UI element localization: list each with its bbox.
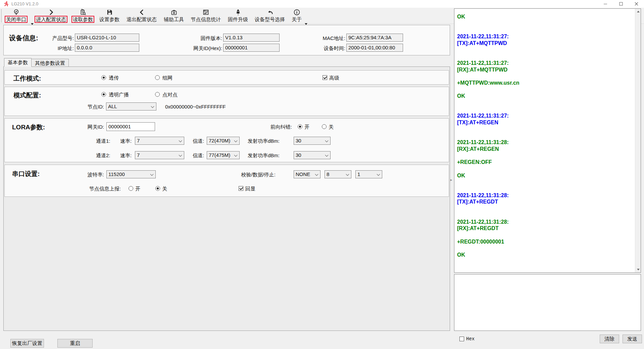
maximize-button[interactable] xyxy=(613,0,629,8)
log-line: [RX]:AT+REGEN xyxy=(457,146,634,152)
baud-dropdown[interactable]: 115200 xyxy=(106,170,156,178)
reboot-button[interactable]: 重启 xyxy=(57,339,93,348)
lora-gateway-id-input[interactable]: 00000001 xyxy=(106,122,155,131)
mode-config-title: 模式配置: xyxy=(13,91,41,100)
log-line: 2021-11-22,11:31:28: xyxy=(457,139,634,146)
node-report-off-radio[interactable] xyxy=(155,186,160,191)
scroll-up-icon[interactable] xyxy=(635,9,641,14)
product-model-field[interactable]: USR-LG210-L-10 xyxy=(75,34,139,42)
channel2-channel-dropdown[interactable]: 77(475M) xyxy=(207,151,240,159)
product-model-label: 产品型号: xyxy=(37,35,74,42)
channel2-rate-label: 速率: xyxy=(120,152,132,159)
channel1-power-label: 发射功率dBm: xyxy=(248,138,280,144)
chevron-down-icon xyxy=(377,173,380,176)
chevron-down-icon xyxy=(179,139,182,142)
fec-off-radio[interactable] xyxy=(322,124,327,129)
minimize-button[interactable] xyxy=(598,0,613,8)
toolbar-button-model-select[interactable]: 设备型号选择 xyxy=(252,8,288,24)
device-time-label: 设备时间: xyxy=(299,45,345,52)
toolbar-button-read-params[interactable]: 读取参数 xyxy=(70,8,95,24)
device-time-field[interactable]: 2000-01-01,00:00:80 xyxy=(346,44,403,52)
baud-label: 波特率: xyxy=(81,172,104,178)
channel1-channel-dropdown[interactable]: 72(470M) xyxy=(207,137,240,145)
send-button[interactable]: 发送 xyxy=(623,335,642,343)
work-mode-title: 工作模式: xyxy=(13,74,41,83)
clear-button[interactable]: 清除 xyxy=(600,335,619,343)
log-line: +REGDT:00000001 xyxy=(457,238,634,245)
lora-gateway-id-label: 网关ID: xyxy=(81,124,104,130)
work-mode-transparent-radio[interactable] xyxy=(101,75,106,80)
work-mode-section: 工作模式: 透传 组网 高级 xyxy=(4,70,449,85)
toolbar-button-about[interactable]: 关于 xyxy=(290,8,303,24)
factory-reset-button[interactable]: 恢复出厂设置 xyxy=(10,339,44,348)
save-icon xyxy=(106,9,113,16)
hex-checkbox[interactable] xyxy=(459,337,464,341)
node-report-on-label: 开 xyxy=(135,186,140,192)
mode-p2p-label: 点对点 xyxy=(162,92,178,98)
chevron-down-icon xyxy=(234,154,238,157)
chevron-down-icon xyxy=(151,105,154,108)
log-line xyxy=(457,106,634,113)
serial-settings-section: 串口设置: 波特率: 115200 校验/数据/停止: NONE 8 1 节点信… xyxy=(4,165,449,197)
log-output: OK 2021-11-22,11:31:27: [TX]:AT+MQTTPWD … xyxy=(457,13,634,271)
gateway-id-hex-field[interactable]: 00000001 xyxy=(223,44,280,52)
chevron-down-icon xyxy=(325,154,329,157)
log-line: 2021-11-22,11:31:28: xyxy=(457,219,634,225)
toolbox-icon xyxy=(170,9,178,16)
toolbar-button-close-serial[interactable]: 关闭串口 xyxy=(2,8,30,24)
node-id-dropdown[interactable]: ALL xyxy=(106,102,156,111)
firmware-field[interactable]: V1.0.13 xyxy=(223,34,280,42)
advanced-checkbox[interactable] xyxy=(323,75,327,80)
toolbar-button-firmware-upgrade[interactable]: 固件升级 xyxy=(226,8,250,24)
log-line: OK xyxy=(457,172,634,179)
log-line: 2021-11-22,11:31:27: xyxy=(457,60,634,67)
toolbar-button-enter-config[interactable]: 进入配置状态 xyxy=(33,8,69,24)
data-bits-dropdown[interactable]: 8 xyxy=(325,170,351,178)
mode-broadcast-radio[interactable] xyxy=(101,92,106,97)
advanced-label: 高级 xyxy=(329,75,339,81)
node-report-label: 节点信息上报: xyxy=(81,186,121,192)
read-params-icon xyxy=(80,9,87,16)
toolbar-button-node-stats[interactable]: 节点信息统计 xyxy=(188,8,224,24)
info-icon xyxy=(293,9,300,16)
log-scrollbar[interactable] xyxy=(635,9,641,272)
channel1-power-dropdown[interactable]: 30 xyxy=(294,137,331,145)
echo-checkbox[interactable] xyxy=(239,186,243,191)
log-line xyxy=(457,27,634,33)
log-line xyxy=(457,53,634,60)
minimize-icon xyxy=(604,2,607,6)
log-line xyxy=(457,205,634,212)
work-mode-network-radio[interactable] xyxy=(155,75,160,80)
parity-dropdown[interactable]: NONE xyxy=(294,170,320,178)
tab-basic-params[interactable]: 基本参数 xyxy=(4,58,32,67)
at-command-log-panel: OK 2021-11-22,11:31:27: [TX]:AT+MQTTPWD … xyxy=(454,8,641,273)
toolbar-button-aux-tools[interactable]: 辅助工具 xyxy=(162,8,186,24)
log-line xyxy=(457,46,634,53)
basic-params-page: 工作模式: 透传 组网 高级 模式配置: 透明广播 点对点 节点ID: ALL … xyxy=(3,67,450,331)
toolbar-button-exit-config[interactable]: 退出配置状态 xyxy=(123,8,160,24)
node-report-on-radio[interactable] xyxy=(129,186,133,191)
mac-field[interactable]: 9C:A5:25:94:7A:3A xyxy=(346,34,403,42)
panel-splitter-handle[interactable]: ▸ xyxy=(450,173,453,186)
work-mode-network-label: 组网 xyxy=(162,75,172,81)
chevron-left-icon xyxy=(138,9,145,16)
channel2-power-dropdown[interactable]: 30 xyxy=(294,151,331,159)
undo-arrow-icon xyxy=(266,9,274,16)
rocket-icon xyxy=(235,9,242,16)
log-line: OK xyxy=(457,13,634,20)
stop-bits-dropdown[interactable]: 1 xyxy=(355,170,382,178)
hex-label: Hex xyxy=(466,336,475,342)
channel1-rate-label: 速率: xyxy=(120,138,132,144)
toolbar-button-set-params[interactable]: 设置参数 xyxy=(97,8,122,24)
channel1-channel-label: 信道: xyxy=(193,138,204,144)
log-line: 2021-11-22,11:31:28: xyxy=(457,192,634,199)
fec-on-radio[interactable] xyxy=(298,124,302,129)
close-button[interactable] xyxy=(629,0,644,8)
mode-p2p-radio[interactable] xyxy=(155,92,160,97)
scroll-down-icon[interactable] xyxy=(635,267,641,272)
channel2-rate-dropdown[interactable]: 7 xyxy=(135,151,184,159)
channel1-rate-dropdown[interactable]: 7 xyxy=(135,137,184,145)
tab-other-params[interactable]: 其他参数设置 xyxy=(31,59,69,67)
ip-field[interactable]: 0.0.0.0 xyxy=(75,44,139,52)
send-input-area[interactable] xyxy=(454,274,641,331)
